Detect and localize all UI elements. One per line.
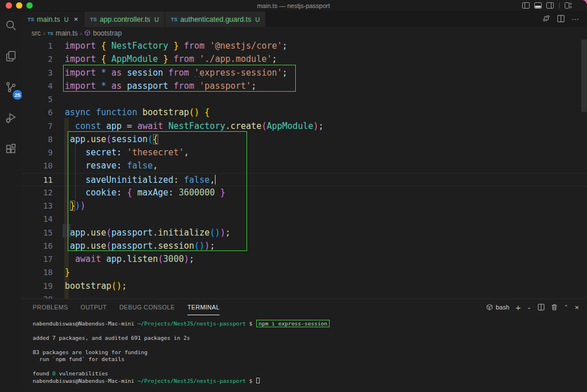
sidebar-item-explorer[interactable] — [3, 49, 19, 65]
toggle-secondary-sidebar-icon[interactable] — [546, 2, 554, 9]
maximize-panel-icon[interactable]: ⌃ — [564, 304, 569, 310]
editor-actions: ⋯ — [542, 11, 587, 27]
line-number: 19 — [22, 280, 53, 293]
split-terminal-icon[interactable] — [538, 304, 545, 311]
activity-bar: 25 — [0, 11, 22, 391]
terminal-shell-icon — [486, 304, 493, 311]
code-line: 1import { NestFactory } from '@nestjs/co… — [22, 40, 587, 53]
breadcrumb: src › TS main.ts › bootstrap — [22, 27, 587, 40]
code-line: 17 await app.listen(3000); — [22, 253, 587, 266]
line-number: 6 — [22, 106, 53, 119]
code-line: 12 cookie: { maxAge: 3600000 } — [22, 186, 587, 199]
editor-scrollbar-thumb[interactable] — [581, 40, 587, 112]
close-window-button[interactable] — [6, 2, 12, 9]
panel-tab-debug-console[interactable]: DEBUG CONSOLE — [119, 299, 175, 315]
tab-authenticated-guard-ts[interactable]: TS authenticated.guard.ts U — [165, 11, 266, 27]
close-panel-icon[interactable]: × — [574, 303, 579, 312]
breadcrumb-item-symbol[interactable]: bootstrap — [93, 29, 122, 37]
line-number: 1 — [22, 40, 53, 53]
code-line: 5 — [22, 93, 587, 106]
code-line: 19bootstrap(); — [22, 280, 587, 293]
line-number: 17 — [22, 253, 53, 266]
code-line: 9 secret: 'thesecret', — [22, 146, 587, 159]
tab-label: app.controller.ts — [100, 15, 150, 23]
breadcrumb-item-file[interactable]: main.ts — [56, 29, 78, 37]
chevron-down-icon[interactable]: ⌄ — [527, 304, 531, 310]
panel-tab-terminal[interactable]: TERMINAL — [187, 299, 220, 315]
toggle-primary-sidebar-icon[interactable] — [522, 2, 530, 9]
line-number: 8 — [22, 133, 53, 146]
code-line: 4import * as passport from 'passport'; — [22, 80, 587, 93]
toggle-panel-icon[interactable] — [534, 2, 542, 9]
code-editor[interactable]: 1import { NestFactory } from '@nestjs/co… — [22, 40, 587, 299]
line-number: 13 — [22, 199, 53, 213]
line-number: 16 — [22, 240, 53, 253]
typescript-file-icon: TS — [28, 17, 34, 22]
panel-tab-output[interactable]: OUTPUT — [81, 299, 107, 315]
code-line: 2import { AppModule } from './app.module… — [22, 53, 587, 66]
sidebar-item-source-control[interactable]: 25 — [3, 80, 19, 96]
minimize-window-button[interactable] — [16, 2, 22, 9]
panel-actions: bash + ⌄ ⌃ × — [486, 303, 579, 312]
scm-pending-badge: 25 — [13, 90, 22, 100]
desktop-corner-artifact — [582, 0, 587, 5]
code-line: 11 saveUninitialized: false, — [22, 173, 587, 186]
panel-tab-problems[interactable]: PROBLEMS — [33, 299, 68, 315]
more-actions-icon[interactable]: ⋯ — [572, 15, 579, 23]
tab-label: main.ts — [37, 15, 60, 23]
git-status-letter: U — [154, 16, 159, 23]
titlebar-separator: | — [558, 2, 560, 9]
code-lines: 1import { NestFactory } from '@nestjs/co… — [22, 40, 587, 299]
open-changes-icon[interactable] — [542, 14, 550, 25]
typescript-file-icon: TS — [90, 17, 97, 22]
line-number: 4 — [22, 80, 53, 93]
terminal-line: 83 packages are looking for funding — [33, 349, 587, 356]
sidebar-item-run-debug[interactable] — [3, 111, 19, 127]
code-line: 8 app.use(session({ — [22, 133, 587, 146]
line-number: 7 — [22, 120, 53, 133]
line-number: 2 — [22, 53, 53, 66]
chevron-right-icon: › — [80, 30, 83, 37]
panel-header: PROBLEMS OUTPUT DEBUG CONSOLE TERMINAL b… — [22, 299, 587, 315]
tab-main-ts[interactable]: TS main.ts U × — [22, 11, 84, 27]
symbol-function-icon — [84, 30, 91, 37]
customize-layout-icon[interactable] — [565, 2, 572, 9]
code-line: 14 — [22, 213, 587, 226]
terminal-line: nabendubiswas@Nabendus-Mac-mini ~/Projec… — [33, 378, 587, 385]
line-number: 14 — [22, 213, 53, 226]
code-line: 16 app.use(passport.session()); — [22, 240, 587, 253]
text-cursor — [215, 175, 216, 185]
kill-terminal-icon[interactable] — [551, 304, 558, 311]
terminal-shell-selector[interactable]: bash — [486, 304, 510, 311]
traffic-lights — [6, 2, 33, 9]
code-line: 13 })) — [22, 199, 587, 213]
terminal-line: found 0 vulnerabilities — [33, 370, 587, 377]
git-status-letter: U — [64, 16, 69, 23]
typescript-file-icon: TS — [171, 17, 178, 22]
line-number: 9 — [22, 146, 53, 159]
line-number: 20 — [22, 293, 53, 299]
terminal-line — [33, 342, 587, 348]
sidebar-item-search[interactable] — [3, 18, 19, 34]
split-editor-icon[interactable] — [557, 14, 565, 25]
tab-app-controller-ts[interactable]: TS app.controller.ts U — [84, 11, 165, 27]
terminal-output[interactable]: nabendubiswas@Nabendus-Mac-mini ~/Projec… — [22, 315, 587, 391]
sidebar-item-extensions[interactable] — [3, 142, 19, 158]
terminal-line — [33, 328, 587, 335]
breadcrumb-item-src[interactable]: src — [32, 29, 41, 37]
line-number: 15 — [22, 226, 53, 240]
tab-label: authenticated.guard.ts — [181, 15, 252, 23]
new-terminal-icon[interactable]: + — [516, 303, 521, 312]
terminal-shell-label: bash — [496, 304, 510, 311]
chevron-right-icon: › — [43, 30, 45, 37]
title-bar: main.ts — nestjs-passport | — [0, 0, 587, 11]
code-line: 7 const app = await NestFactory.create(A… — [22, 120, 587, 133]
code-line: 15 app.use(passport.initialize()); — [22, 226, 587, 240]
close-tab-icon[interactable]: × — [74, 15, 79, 23]
zoom-window-button[interactable] — [26, 2, 33, 9]
line-number: 10 — [22, 159, 53, 173]
code-line: 18} — [22, 266, 587, 279]
line-number: 5 — [22, 93, 53, 106]
terminal-cursor — [256, 378, 260, 383]
code-line: 6async function bootstrap() { — [22, 106, 587, 119]
